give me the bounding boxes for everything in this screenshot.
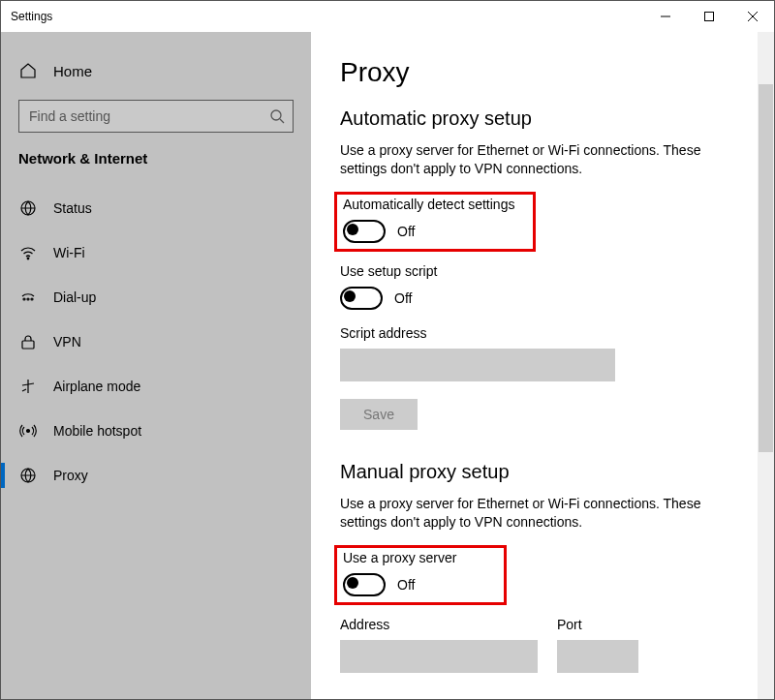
highlight-use-proxy: Use a proxy server Off — [334, 545, 507, 605]
home-icon — [18, 62, 38, 79]
use-proxy-toggle[interactable] — [343, 573, 386, 596]
auto-detect-toggle[interactable] — [343, 220, 386, 243]
status-icon — [18, 199, 38, 217]
save-button[interactable]: Save — [340, 399, 418, 430]
sidebar-item-label: Wi-Fi — [53, 245, 85, 260]
close-button[interactable] — [730, 1, 774, 32]
sidebar-item-label: Airplane mode — [53, 379, 140, 394]
category-title: Network & Internet — [18, 150, 294, 167]
sidebar-item-proxy[interactable]: Proxy — [1, 453, 311, 498]
page-title: Proxy — [340, 57, 745, 88]
script-address-input[interactable] — [340, 349, 615, 381]
sidebar-item-hotspot[interactable]: Mobile hotspot — [1, 409, 311, 453]
sidebar-item-label: Proxy — [53, 468, 88, 483]
auto-detect-label: Automatically detect settings — [343, 197, 527, 212]
window-controls — [643, 1, 774, 32]
highlight-auto-detect: Automatically detect settings Off — [334, 192, 536, 252]
svg-point-8 — [23, 298, 25, 300]
port-input[interactable] — [557, 640, 638, 673]
sidebar-item-label: VPN — [53, 334, 81, 350]
search-field[interactable] — [27, 107, 269, 125]
titlebar-title: Settings — [11, 10, 52, 23]
setup-script-state: Off — [394, 290, 412, 306]
svg-rect-11 — [22, 341, 34, 349]
sidebar: Home Network & Internet Status Wi-Fi Dia… — [1, 32, 311, 699]
manual-section-heading: Manual proxy setup — [340, 461, 745, 483]
auto-section-heading: Automatic proxy setup — [340, 107, 745, 130]
sidebar-item-wifi[interactable]: Wi-Fi — [1, 230, 311, 275]
port-label: Port — [557, 617, 638, 632]
minimize-button[interactable] — [643, 1, 687, 32]
window-body: Home Network & Internet Status Wi-Fi Dia… — [1, 32, 774, 699]
svg-line-5 — [280, 119, 284, 123]
titlebar: Settings — [1, 1, 774, 32]
sidebar-item-airplane[interactable]: Airplane mode — [1, 364, 311, 409]
svg-point-9 — [27, 298, 29, 300]
use-proxy-state: Off — [397, 577, 415, 593]
sidebar-item-vpn[interactable]: VPN — [1, 320, 311, 364]
home-link[interactable]: Home — [1, 51, 311, 90]
search-input[interactable] — [18, 100, 294, 133]
sidebar-item-label: Dial-up — [53, 289, 96, 305]
main-panel: Proxy Automatic proxy setup Use a proxy … — [311, 32, 774, 699]
script-address-label: Script address — [340, 325, 745, 341]
wifi-icon — [18, 244, 38, 261]
hotspot-icon — [18, 422, 38, 440]
settings-window: Settings Home Network & Internet Stat — [0, 0, 775, 700]
sidebar-item-status[interactable]: Status — [1, 186, 311, 230]
address-input[interactable] — [340, 640, 538, 673]
scrollbar[interactable] — [758, 32, 774, 699]
maximize-button[interactable] — [687, 1, 730, 32]
setup-script-label: Use setup script — [340, 263, 745, 279]
dialup-icon — [18, 289, 38, 306]
address-label: Address — [340, 617, 538, 632]
svg-point-7 — [27, 258, 29, 259]
auto-detect-state: Off — [397, 224, 415, 239]
use-proxy-label: Use a proxy server — [343, 550, 498, 565]
home-label: Home — [53, 63, 92, 79]
svg-rect-1 — [704, 13, 713, 21]
vpn-icon — [18, 333, 38, 350]
svg-point-10 — [31, 298, 33, 300]
airplane-icon — [18, 378, 38, 395]
manual-section-desc: Use a proxy server for Ethernet or Wi-Fi… — [340, 495, 718, 532]
proxy-icon — [18, 467, 38, 484]
scrollbar-thumb[interactable] — [759, 84, 773, 452]
svg-point-12 — [27, 430, 30, 433]
sidebar-item-label: Mobile hotspot — [53, 423, 141, 439]
search-icon — [269, 108, 285, 124]
sidebar-item-label: Status — [53, 200, 92, 216]
auto-section-desc: Use a proxy server for Ethernet or Wi-Fi… — [340, 141, 718, 178]
setup-script-toggle[interactable] — [340, 287, 383, 310]
svg-point-4 — [271, 110, 281, 120]
sidebar-item-dialup[interactable]: Dial-up — [1, 275, 311, 320]
